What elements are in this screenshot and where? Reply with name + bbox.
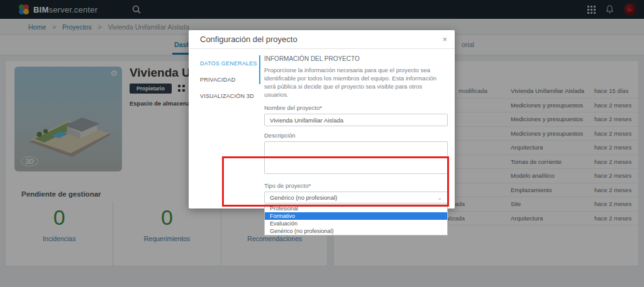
description-textarea[interactable] — [264, 141, 448, 174]
modal-header: Configuración del proyecto × — [189, 30, 455, 49]
project-type-value: Genérico (no profesional) — [270, 194, 337, 201]
description-field-label: Descripción — [264, 132, 448, 139]
type-field-label: Tipo de proyecto* — [264, 182, 448, 189]
modal-nav-item[interactable]: VISUALIZACIÓN 3D — [200, 93, 258, 99]
name-field-label: Nombre del proyecto* — [264, 104, 448, 111]
close-icon[interactable]: × — [442, 35, 447, 43]
dropdown-option[interactable]: Formativo — [265, 212, 447, 220]
modal-nav-item[interactable]: PRIVACIDAD — [200, 77, 258, 83]
section-description: Proporcione la información necesaria par… — [264, 66, 448, 99]
modal-content: INFORMACIÓN DEL PROYECTO Proporcione la … — [264, 55, 448, 236]
modal-nav-item[interactable]: DATOS GENERALES — [200, 60, 258, 67]
section-title: INFORMACIÓN DEL PROYECTO — [264, 55, 448, 62]
dropdown-option[interactable]: Profesional — [265, 205, 447, 212]
project-name-input[interactable] — [264, 114, 448, 126]
modal-title: Configuración del proyecto — [200, 35, 297, 44]
modal-nav: DATOS GENERALES PRIVACIDAD VISUALIZACIÓN… — [200, 60, 258, 109]
section-accent-line — [259, 55, 260, 84]
modal-body: DATOS GENERALES PRIVACIDAD VISUALIZACIÓN… — [189, 49, 455, 208]
project-type-select[interactable]: Genérico (no profesional) ⌄ — [264, 192, 448, 203]
project-settings-modal: Configuración del proyecto × DATOS GENER… — [189, 30, 455, 208]
chevron-down-icon: ⌄ — [437, 195, 442, 201]
dropdown-option[interactable]: Genérico (no profesional) — [265, 227, 447, 235]
dropdown-option[interactable]: Evaluación — [265, 220, 447, 227]
project-type-dropdown: Profesional Formativo Evaluación Genéric… — [264, 204, 448, 236]
